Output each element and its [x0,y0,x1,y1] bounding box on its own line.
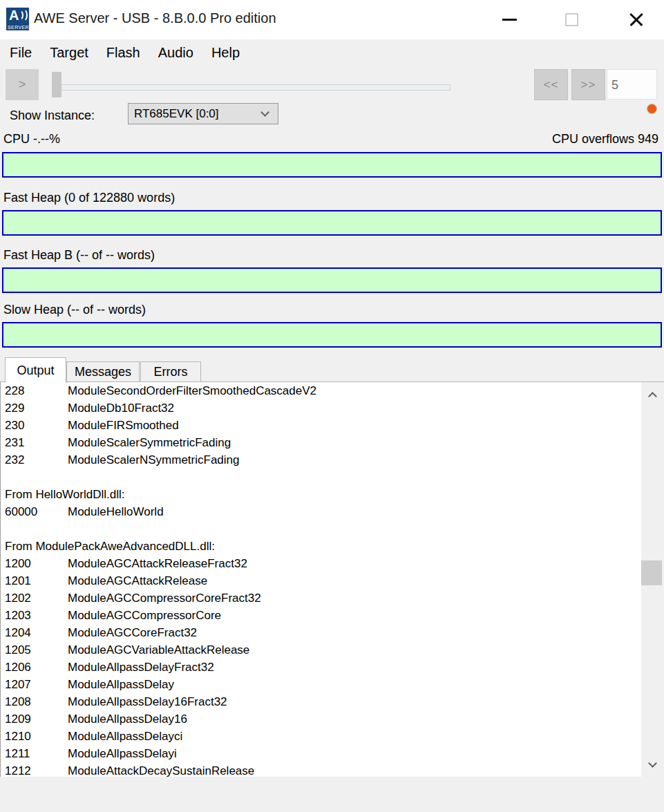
position-slider-thumb[interactable] [52,72,61,97]
module-id: 60000 [2,505,68,522]
output-line: 1202ModuleAGCCompressorCoreFract32 [2,592,639,609]
module-name: ModuleDb10Fract32 [68,402,174,419]
module-id: 230 [2,419,68,436]
tab-errors[interactable]: Errors [140,361,201,382]
maximize-button[interactable] [551,0,591,39]
output-line: 1201ModuleAGCAttackRelease [2,574,639,592]
module-name: ModuleHelloWorld [68,505,164,522]
minimize-icon [502,19,517,21]
output-line: 1208ModuleAllpassDelay16Fract32 [2,695,639,712]
module-name: ModuleAllpassDelay [68,678,174,695]
chevron-up-icon [648,392,657,401]
module-name: ModuleSecondOrderFilterSmoothedCascadeV2 [68,384,316,402]
output-line: 1211ModuleAllpassDelayi [2,747,639,764]
output-line: 228ModuleSecondOrderFilterSmoothedCascad… [2,384,639,402]
output-line [2,471,639,488]
instance-select-value: RT685EVK [0:0] [134,107,219,121]
output-line: 60000ModuleHelloWorld [2,505,639,522]
tab-messages[interactable]: Messages [66,361,140,382]
scroll-down-button[interactable] [641,755,664,771]
module-name: ModuleAllpassDelayci [68,730,182,747]
module-id: 1205 [2,643,68,661]
fast-heap-meter [2,210,662,236]
statusbar: ✓ Connected [0,777,664,812]
module-name: ModuleAGCCoreFract32 [68,626,197,643]
output-text: From HelloWorldDll.dll: [2,488,125,505]
sound-wave-icon [18,8,28,22]
module-id: 232 [2,453,68,471]
cpu-overflows-label: CPU overflows 949 [552,132,658,147]
module-id: 1210 [2,730,68,747]
app-icon-caption: SERVER [8,25,29,30]
module-id: 1201 [2,574,68,592]
module-id: 228 [2,384,68,402]
output-line: 1212ModuleAttackDecaySustainRelease [2,764,639,777]
chevron-down-icon [260,108,269,117]
module-name: ModuleAGCCompressorCoreFract32 [68,592,261,609]
menubar: FileTargetFlashAudioHelp [0,39,664,66]
play-button[interactable]: > [6,69,39,100]
module-id: 1208 [2,695,68,712]
titlebar: A SERVER AWE Server - USB - 8.B.0.0 Pro … [0,0,664,39]
instance-select[interactable]: RT685EVK [0:0] [128,103,278,124]
module-name: ModuleScalerSymmetricFading [68,436,231,453]
app-icon: A SERVER [6,8,29,30]
fast-heap-label: Fast Heap (0 of 122880 words) [3,191,175,205]
module-id: 1209 [2,712,68,730]
module-name: ModuleAllpassDelay16 [68,712,187,730]
window-title: AWE Server - USB - 8.B.0.0 Pro edition [34,10,276,26]
module-id: 229 [2,402,68,419]
position-slider-track[interactable] [59,84,450,91]
minimize-button[interactable] [489,0,529,39]
output-line: 1203ModuleAGCCompressorCore [2,609,639,626]
slow-heap-label: Slow Heap (-- of -- words) [3,303,146,317]
output-line: 232ModuleScalerNSymmetricFading [2,453,639,471]
menu-item-help[interactable]: Help [202,39,249,66]
step-forward-button[interactable]: >> [571,69,605,100]
module-name: ModuleAGCAttackReleaseFract32 [68,557,247,574]
output-lines: 228ModuleSecondOrderFilterSmoothedCascad… [2,384,639,777]
slow-heap-meter [2,322,662,348]
output-line: From ModulePackAweAdvancedDLL.dll: [2,540,639,557]
output-line: 231ModuleScalerSymmetricFading [2,436,639,453]
scrollbar-thumb[interactable] [641,560,662,585]
module-id: 1207 [2,678,68,695]
output-line: 1207ModuleAllpassDelay [2,678,639,695]
output-line [2,522,639,540]
module-name: ModuleScalerNSymmetricFading [68,453,239,471]
menu-item-file[interactable]: File [1,39,41,66]
fast-heap-b-label: Fast Heap B (-- of -- words) [3,248,155,263]
module-name: ModuleAttackDecaySustainRelease [68,764,254,777]
output-text: From ModulePackAweAdvancedDLL.dll: [2,540,215,557]
module-name: ModuleAllpassDelayFract32 [68,661,214,678]
module-id: 1200 [2,557,68,574]
module-name: ModuleAllpassDelay16Fract32 [68,695,227,712]
step-back-button[interactable]: << [534,69,568,100]
awe-server-window: A SERVER AWE Server - USB - 8.B.0.0 Pro … [0,0,664,812]
output-text [2,522,5,540]
module-id: 231 [2,436,68,453]
module-name: ModuleAGCCompressorCore [68,609,221,626]
cpu-label: CPU -.--% [3,132,60,147]
output-line: 230ModuleFIRSmoothed [2,419,639,436]
tab-output[interactable]: Output [5,357,66,383]
output-line: 1210ModuleAllpassDelayci [2,730,639,747]
menu-item-target[interactable]: Target [41,39,97,66]
menu-item-audio[interactable]: Audio [149,39,202,66]
output-line: From HelloWorldDll.dll: [2,488,639,505]
output-panel[interactable]: 228ModuleSecondOrderFilterSmoothedCascad… [0,381,664,777]
module-id: 1203 [2,609,68,626]
count-input[interactable] [607,69,657,100]
scroll-up-button[interactable] [641,388,664,404]
module-name: ModuleAllpassDelayi [68,747,177,764]
module-id: 1204 [2,626,68,643]
menu-item-flash[interactable]: Flash [97,39,149,66]
output-text [2,471,5,488]
close-button[interactable] [616,0,656,39]
status-dot [647,104,656,113]
output-line: 1206ModuleAllpassDelayFract32 [2,661,639,678]
output-line: 1200ModuleAGCAttackReleaseFract32 [2,557,639,574]
fast-heap-b-meter [2,267,662,293]
vertical-scrollbar[interactable] [641,382,664,777]
module-id: 1206 [2,661,68,678]
